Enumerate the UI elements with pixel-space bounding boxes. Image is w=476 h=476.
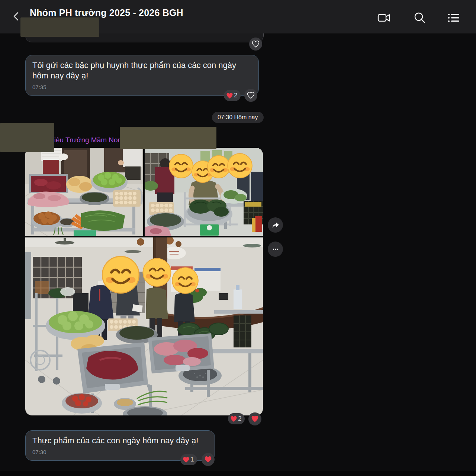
back-icon[interactable] bbox=[11, 11, 22, 22]
react-heart-button[interactable] bbox=[202, 453, 215, 466]
heart-emoji-icon bbox=[226, 92, 233, 99]
heart-emoji-icon bbox=[183, 456, 190, 463]
reaction-pill[interactable]: 2 bbox=[224, 90, 241, 101]
food-cart-scene bbox=[25, 148, 143, 236]
reaction-pill[interactable]: 2 bbox=[228, 413, 245, 424]
smiling-emoji-face bbox=[169, 154, 193, 178]
reaction-count: 2 bbox=[238, 415, 241, 422]
reaction-count: 2 bbox=[234, 92, 237, 99]
reaction-count: 1 bbox=[190, 456, 194, 463]
menu-list-icon[interactable] bbox=[446, 10, 461, 25]
message-bubble[interactable]: Tôi gửi các bậc phụ huynh thực phẩm của … bbox=[25, 55, 259, 96]
kitchen-scene bbox=[25, 237, 263, 415]
react-heart-button[interactable] bbox=[244, 89, 257, 102]
chat-screen: Nhóm PH trường 2025 - 2026 BGH Tôi gửi c… bbox=[0, 0, 476, 476]
heart-outline-icon bbox=[247, 91, 255, 99]
redaction-blur bbox=[0, 123, 54, 152]
react-heart-button[interactable] bbox=[248, 412, 261, 425]
heart-filled-icon bbox=[251, 415, 259, 423]
photo-weighing-produce[interactable] bbox=[145, 148, 263, 236]
reaction-pill[interactable]: 1 bbox=[180, 454, 197, 465]
photo-kitchen-inspection[interactable] bbox=[25, 237, 263, 415]
heart-emoji-icon bbox=[230, 415, 237, 422]
smiling-emoji-face bbox=[207, 155, 230, 178]
smiling-emoji-face bbox=[143, 258, 171, 287]
weighing-scene bbox=[145, 148, 263, 236]
message-text: Tôi gửi các bậc phụ huynh thực phẩm của … bbox=[32, 60, 252, 81]
smiling-emoji-face bbox=[102, 256, 139, 294]
share-forward-button[interactable] bbox=[268, 217, 283, 233]
video-call-icon[interactable] bbox=[376, 10, 391, 25]
react-heart-button[interactable] bbox=[249, 38, 262, 51]
sender-name[interactable]: Hiệu Trưởng Mầm Non bbox=[49, 136, 122, 144]
share-forward-icon bbox=[271, 221, 280, 229]
redaction-blur bbox=[120, 127, 216, 149]
search-icon[interactable] bbox=[412, 10, 427, 25]
chat-title[interactable]: Nhóm PH trường 2025 - 2026 BGH bbox=[30, 7, 183, 18]
message-text: Thực phẩm của các con ngày hôm nay đậy ạ… bbox=[32, 435, 208, 446]
more-options-button[interactable] bbox=[268, 242, 283, 257]
bottom-bar bbox=[0, 471, 476, 476]
smiling-emoji-face bbox=[172, 267, 198, 294]
heart-filled-icon bbox=[204, 456, 212, 463]
heart-outline-icon bbox=[252, 40, 260, 48]
date-divider: 07:30 Hôm nay bbox=[212, 112, 264, 123]
more-options-icon bbox=[271, 245, 280, 253]
photo-food-cart[interactable] bbox=[25, 148, 143, 236]
message-time: 07:35 bbox=[32, 82, 252, 93]
smiling-emoji-face bbox=[227, 153, 252, 178]
redaction-blur bbox=[20, 17, 99, 37]
